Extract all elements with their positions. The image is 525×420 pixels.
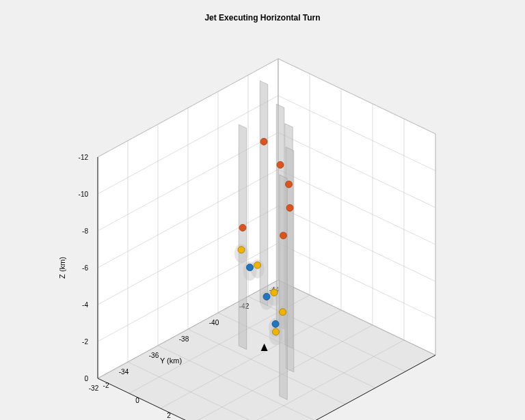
data-point <box>272 320 279 327</box>
data-point <box>247 264 254 271</box>
svg-text:-34: -34 <box>119 368 129 376</box>
data-point <box>277 161 284 168</box>
svg-text:-32: -32 <box>89 384 99 392</box>
svg-text:-2: -2 <box>103 382 109 389</box>
data-point <box>260 138 267 145</box>
svg-text:-4: -4 <box>82 301 88 309</box>
data-point <box>263 293 270 300</box>
y-axis-label: Y (km) <box>160 356 182 365</box>
data-point <box>238 247 245 253</box>
data-point <box>271 289 278 296</box>
data-point <box>280 309 286 316</box>
svg-text:2: 2 <box>167 412 171 419</box>
data-point <box>286 181 293 188</box>
svg-text:-6: -6 <box>82 264 88 272</box>
svg-text:0: 0 <box>135 397 139 404</box>
svg-text:0: 0 <box>84 375 88 382</box>
z-axis-label: Z (km) <box>58 257 66 279</box>
svg-marker-70 <box>280 175 288 400</box>
data-point <box>254 262 261 268</box>
data-point <box>273 328 280 335</box>
chart-title: Jet Executing Horizontal Turn <box>204 13 320 23</box>
plot-3d: Jet Executing Horizontal Turn -202468-44… <box>0 0 525 420</box>
data-point <box>280 232 287 239</box>
svg-text:-36: -36 <box>149 352 159 359</box>
svg-text:-40: -40 <box>209 319 219 326</box>
chart-container: Jet Executing Horizontal Turn -202468-44… <box>0 0 525 420</box>
svg-text:-2: -2 <box>82 338 88 346</box>
svg-text:-8: -8 <box>82 227 88 235</box>
svg-text:-12: -12 <box>79 154 89 161</box>
data-point <box>286 204 293 211</box>
svg-marker-71 <box>239 124 247 350</box>
svg-text:-10: -10 <box>79 191 89 198</box>
svg-text:-38: -38 <box>179 335 189 343</box>
data-point <box>239 225 246 232</box>
